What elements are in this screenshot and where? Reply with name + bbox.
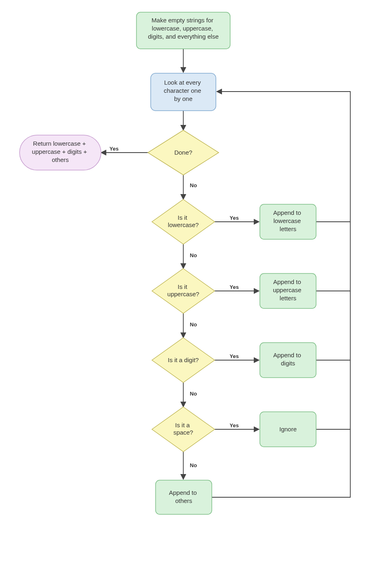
node-append-lower-line3: letters [280,225,297,232]
edge-appendupper-bus [316,222,350,291]
node-start-line2: lowercase, uppercase, [152,25,213,32]
node-loop-line1: Look at every [164,79,201,86]
node-loop-line2: character one [164,87,201,94]
node-append-digit-line2: digits [281,360,295,367]
node-append-other: Append to others [156,480,212,514]
node-start: Make empty strings for lowercase, upperc… [136,12,230,49]
node-append-upper: Append to uppercase letters [260,273,316,308]
node-append-upper-line2: uppercase [273,286,301,293]
node-is-space-line1: Is it a [175,422,190,428]
node-return-line3: others [52,156,69,163]
node-is-space: Is it a space? [152,407,215,452]
node-is-digit-text: Is it a digit? [168,356,199,363]
edge-label-lower-no: No [190,252,197,258]
node-is-upper-line2: uppercase? [167,291,199,297]
node-ignore-text: Ignore [279,426,297,433]
edge-label-done-yes: Yes [110,146,119,152]
node-is-upper: Is it uppercase? [152,269,215,313]
node-append-lower-line1: Append to [273,209,301,216]
edge-appenddigit-bus [316,291,350,360]
svg-text:Is it a
      space?: Is it a space? [174,422,193,436]
node-return-line2: uppercase + digits + [32,148,87,155]
node-loop: Look at every character one by one [151,73,216,111]
edge-label-upper-no: No [190,321,197,328]
edge-appendlower-loop [217,92,350,222]
node-is-space-line2: space? [174,429,193,436]
node-ignore: Ignore [260,412,316,447]
flowchart-canvas: Yes No Yes No Yes No Yes No Yes No Make … [0,0,367,588]
edge-label-lower-yes: Yes [230,215,239,221]
node-append-upper-line3: letters [280,295,297,302]
edge-label-space-no: No [190,462,197,468]
node-is-lower-line1: Is it [178,214,187,221]
node-append-other-line1: Append to [169,489,197,496]
node-is-lower: Is it lowercase? [152,199,215,244]
node-return: Return lowercase + uppercase + digits + … [20,135,101,170]
edge-label-done-no: No [190,182,197,188]
node-is-digit: Is it a digit? [152,338,215,383]
node-start-line3: digits, and everything else [148,33,218,40]
edge-label-digit-yes: Yes [230,353,239,359]
node-done-text: Done? [174,149,192,156]
edge-label-upper-yes: Yes [230,284,239,290]
edge-label-digit-no: No [190,391,197,397]
node-start-line1: Make empty strings for [152,17,213,24]
node-return-line1: Return lowercase + [33,140,86,147]
edge-ignore-bus [316,360,350,429]
node-append-digit-line1: Append to [273,352,301,358]
node-append-upper-line1: Append to [273,278,301,285]
node-append-lower-line2: lowercase [273,217,301,224]
node-done: Done? [148,130,219,175]
edge-label-space-yes: Yes [230,422,239,428]
svg-text:Make empty strings for
      l: Make empty strings for lowercase, upperc… [148,17,218,40]
node-append-digit: Append to digits [260,343,316,378]
node-loop-line3: by one [174,95,192,102]
node-is-lower-line2: lowercase? [168,221,199,228]
node-append-other-line2: others [175,497,192,504]
node-is-upper-line1: Is it [178,283,187,290]
node-append-lower: Append to lowercase letters [260,204,316,239]
